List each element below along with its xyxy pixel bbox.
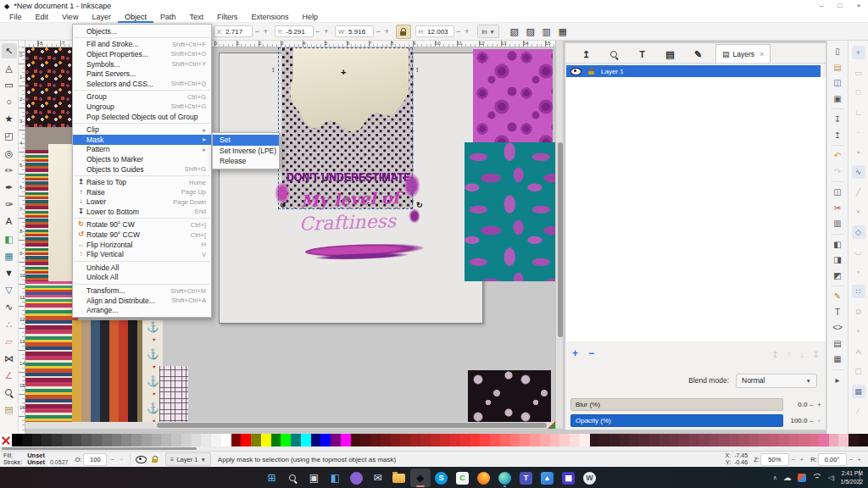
color-swatch[interactable] [520, 434, 530, 446]
color-swatch[interactable] [32, 434, 42, 446]
opacity-slider[interactable]: Opacity (%) [570, 414, 783, 427]
fill-stroke-dialog-button[interactable]: ✎ [831, 290, 845, 302]
color-swatch[interactable] [142, 434, 152, 446]
unit-selector[interactable]: in▼ [477, 25, 499, 38]
color-swatch[interactable] [81, 434, 92, 446]
color-swatch[interactable] [829, 434, 839, 446]
h-scrollbar-thumb[interactable] [157, 423, 547, 428]
snap-enable-toggle[interactable]: + [852, 46, 865, 59]
snap-nodes-toggle[interactable]: ∿ [852, 165, 865, 179]
snap-text-baseline-toggle[interactable]: A [852, 345, 865, 358]
firefox-button[interactable] [474, 469, 494, 487]
color-swatch[interactable] [331, 434, 341, 446]
photos-button[interactable]: ▴ [537, 469, 558, 487]
color-swatch[interactable] [798, 434, 809, 446]
layer-visibility-icon[interactable] [570, 68, 581, 75]
menu-item-raise-to-top[interactable]: ↥Raise to TopHome [73, 177, 211, 187]
color-swatch[interactable] [311, 434, 321, 446]
increment-button[interactable]: + [322, 27, 331, 36]
color-swatch[interactable] [341, 434, 351, 446]
color-swatch[interactable] [570, 434, 580, 446]
tab-objects[interactable]: ▤ [656, 46, 684, 63]
fill-stroke-indicator[interactable]: Fill: Unset Stroke: Unset 0.0527 [3, 452, 68, 467]
color-swatch[interactable] [181, 434, 192, 446]
menu-object[interactable]: Object [118, 12, 153, 23]
color-swatch[interactable] [729, 434, 739, 446]
tab-fill-stroke[interactable]: ✎ [684, 46, 712, 63]
align-dialog-button[interactable]: ▦ [831, 352, 845, 365]
color-swatch[interactable] [62, 434, 72, 446]
color-swatch[interactable] [500, 434, 510, 446]
menu-item-mask[interactable]: Mask▸ [73, 135, 211, 145]
snap-bbox-toggle[interactable]: ▭ [852, 66, 865, 80]
increment-button[interactable]: + [463, 27, 471, 36]
undo-button[interactable]: ↶ [831, 149, 845, 162]
minimize-button[interactable]: – [812, 0, 831, 12]
increment-button[interactable]: + [382, 27, 391, 36]
decrement-button[interactable]: − [454, 27, 463, 36]
color-swatch[interactable] [609, 434, 620, 446]
rotation-increment-button[interactable]: + [855, 456, 863, 463]
color-swatch[interactable] [161, 434, 171, 446]
fabric-teal-marble[interactable] [465, 142, 555, 281]
rotation-center-icon[interactable]: + [345, 197, 349, 203]
remove-layer-button[interactable]: − [588, 348, 594, 358]
color-swatch[interactable] [400, 434, 410, 446]
ellipse-tool[interactable]: ○ [2, 95, 17, 110]
layer-raise-button[interactable]: ↑ [787, 350, 792, 359]
snap-smooth-nodes-toggle[interactable]: ◡ [852, 245, 865, 258]
decrement-button[interactable]: − [314, 27, 322, 36]
close-button[interactable]: × [849, 0, 868, 12]
loom-button[interactable] [347, 469, 367, 487]
v-scrollbar-thumb[interactable] [558, 142, 563, 337]
color-swatch[interactable] [849, 434, 859, 446]
layer-list[interactable] [566, 77, 826, 341]
scale-gradients-toggle[interactable]: ▥ [540, 25, 554, 38]
color-swatch[interactable] [670, 434, 680, 446]
canvas-v-scrollbar[interactable] [555, 41, 563, 429]
color-swatch[interactable] [699, 434, 709, 446]
menu-item-raise[interactable]: ↑RaisePage Up [73, 187, 211, 197]
start-button[interactable]: ⊞ [262, 469, 282, 487]
color-swatch[interactable] [659, 434, 670, 446]
scale-handle-right-icon[interactable]: ↕ [415, 66, 420, 74]
fabric-skull-floral[interactable] [25, 47, 78, 127]
menu-extensions[interactable]: Extensions [244, 12, 295, 23]
scale-rect-corners-toggle[interactable]: ▨ [524, 25, 537, 38]
connector-tool[interactable]: ⋈ [2, 351, 17, 366]
color-managed-icon[interactable] [549, 421, 555, 429]
print-button[interactable]: ▣ [831, 92, 845, 105]
cut-button[interactable]: ✂ [831, 202, 845, 214]
zoom-input[interactable]: 50% [760, 453, 789, 466]
x-input[interactable]: X:2.717 [214, 25, 253, 37]
opacity-minus-button[interactable]: − [108, 456, 116, 463]
color-swatch[interactable] [779, 434, 789, 446]
menu-item-objects-to-marker[interactable]: Objects to Marker [73, 154, 211, 164]
menu-item-rotate-90-cw[interactable]: ↻Rotate 90° CWCtrl+] [73, 220, 211, 230]
color-swatch[interactable] [301, 434, 311, 446]
menu-item-paint-servers[interactable]: Paint Servers... [73, 69, 211, 79]
opacity-increment-button[interactable]: + [815, 417, 823, 425]
eraser-tool[interactable]: ▱ [2, 334, 17, 349]
menu-item-lower[interactable]: ↓LowerPage Down [73, 197, 211, 208]
color-swatch[interactable] [251, 434, 261, 446]
snap-bbox-edges-toggle[interactable]: □ [852, 86, 865, 99]
color-swatch[interactable] [410, 434, 420, 446]
fabric-serape-stripes[interactable] [25, 150, 48, 281]
color-swatch[interactable] [809, 434, 819, 446]
color-swatch[interactable] [381, 434, 391, 446]
menu-item-pop-selected-objects-out-of-group[interactable]: Pop Selected Objects out of Group [73, 112, 211, 122]
wifi-icon[interactable] [812, 474, 822, 481]
pages-tool[interactable]: ▤ [2, 402, 17, 418]
color-swatch[interactable] [550, 434, 560, 446]
snap-rotation-centers-toggle[interactable]: + [852, 324, 865, 338]
tray-overflow-icon[interactable]: ∧ [773, 474, 777, 481]
color-swatch[interactable] [121, 434, 131, 446]
color-swatch[interactable] [131, 434, 142, 446]
snap-page-border-toggle[interactable]: ▢ [852, 364, 865, 378]
mesh-tool[interactable]: ▦ [2, 248, 17, 263]
menu-item-symbols[interactable]: Symbols...Shift+Ctrl+Y [73, 59, 211, 69]
submenu-item-set-inverse-lpe[interactable]: Set Inverse (LPE) [213, 146, 279, 157]
snap-others-toggle[interactable]: ∷ [852, 285, 865, 298]
color-swatch[interactable] [590, 434, 600, 446]
